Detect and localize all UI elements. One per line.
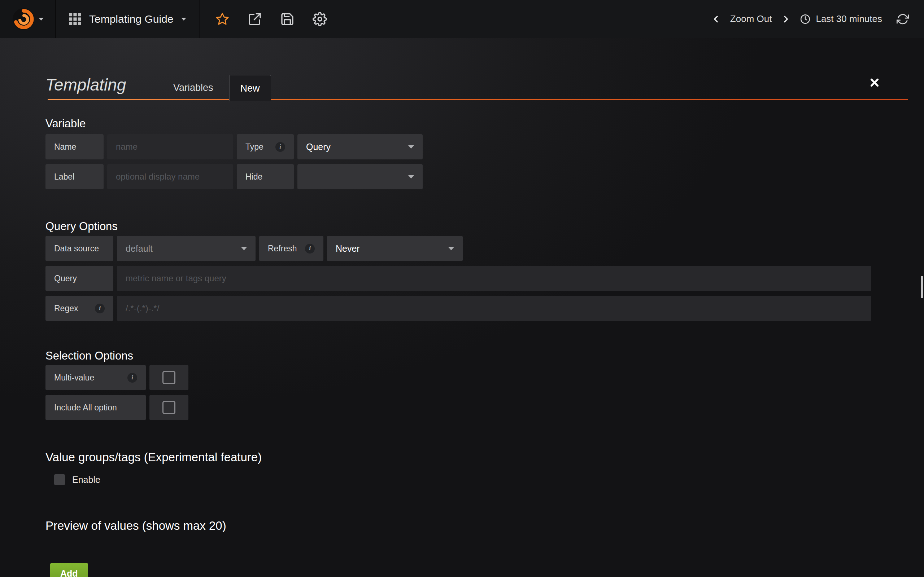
dashboard-picker[interactable]: Templating Guide bbox=[56, 0, 200, 38]
regex-label-text: Regex bbox=[54, 304, 78, 313]
variable-label-row: Label Hide bbox=[45, 164, 908, 189]
enable-row: Enable bbox=[54, 474, 908, 485]
multi-value-checkbox[interactable] bbox=[149, 365, 188, 390]
query-options-heading: Query Options bbox=[45, 220, 908, 233]
refresh-label: Refresh i bbox=[259, 236, 323, 261]
datasource-row: Data source default Refresh i Never bbox=[45, 236, 908, 261]
type-select[interactable]: Query bbox=[297, 134, 423, 160]
zoom-out-label: Zoom Out bbox=[730, 13, 772, 24]
label-label: Label bbox=[45, 164, 103, 189]
chevron-down-icon bbox=[408, 175, 414, 179]
save-icon bbox=[280, 12, 294, 26]
star-icon bbox=[215, 12, 229, 26]
hide-label: Hide bbox=[237, 164, 294, 189]
query-options-section: Query Options Data source default Refres… bbox=[45, 220, 908, 321]
time-shift-back-button[interactable] bbox=[711, 15, 721, 24]
tab-variables[interactable]: Variables bbox=[162, 75, 224, 100]
scrollbar-thumb[interactable] bbox=[921, 276, 923, 298]
preview-section: Preview of values (shows max 20) bbox=[45, 519, 908, 533]
chevron-down-icon bbox=[448, 247, 454, 250]
include-all-label: Include All option bbox=[45, 395, 146, 420]
chevron-down-icon bbox=[181, 18, 186, 21]
page-title: Templating bbox=[45, 75, 126, 95]
dashboard-title: Templating Guide bbox=[89, 13, 173, 25]
templating-header: Templating Variables New bbox=[45, 38, 908, 100]
enable-label: Enable bbox=[72, 475, 100, 485]
templating-tabs: Variables New bbox=[162, 75, 276, 100]
refresh-label-text: Refresh bbox=[268, 244, 297, 253]
close-icon bbox=[870, 78, 879, 87]
selection-options-section: Selection Options Multi-value i Include … bbox=[45, 350, 908, 420]
grafana-menu-button[interactable] bbox=[0, 0, 56, 38]
clock-icon bbox=[800, 14, 811, 24]
dashboard-grid-icon bbox=[69, 13, 81, 25]
regex-label: Regex i bbox=[45, 296, 113, 321]
query-label: Query bbox=[45, 266, 113, 291]
save-button[interactable] bbox=[280, 12, 294, 26]
include-all-row: Include All option bbox=[45, 395, 908, 420]
preview-heading: Preview of values (shows max 20) bbox=[45, 519, 908, 533]
navbar-actions bbox=[200, 0, 327, 38]
star-button[interactable] bbox=[215, 12, 229, 26]
grafana-logo-icon bbox=[12, 8, 35, 31]
chevron-left-icon bbox=[711, 15, 721, 24]
datasource-select-value: default bbox=[126, 243, 153, 254]
add-button[interactable]: Add bbox=[50, 563, 88, 577]
refresh-select-value: Never bbox=[336, 243, 360, 254]
datasource-select[interactable]: default bbox=[117, 236, 255, 261]
multi-value-label-text: Multi-value bbox=[54, 373, 94, 383]
refresh-select[interactable]: Never bbox=[327, 236, 463, 261]
refresh-icon bbox=[897, 13, 909, 25]
variable-heading: Variable bbox=[45, 117, 908, 130]
value-groups-section: Value groups/tags (Experimental feature)… bbox=[45, 450, 908, 485]
templating-editor: Templating Variables New Variable Name T… bbox=[45, 38, 908, 577]
query-input[interactable] bbox=[117, 266, 871, 291]
navbar-time-controls: Zoom Out Last 30 minutes bbox=[711, 0, 924, 38]
info-icon[interactable]: i bbox=[305, 244, 315, 253]
selection-options-heading: Selection Options bbox=[45, 350, 908, 363]
refresh-button[interactable] bbox=[897, 13, 909, 25]
checkbox-icon bbox=[162, 371, 175, 384]
name-label: Name bbox=[45, 134, 103, 160]
info-icon[interactable]: i bbox=[275, 142, 285, 152]
chevron-right-icon bbox=[781, 15, 790, 24]
time-shift-forward-button[interactable] bbox=[781, 15, 790, 24]
chevron-down-icon bbox=[241, 247, 247, 250]
share-button[interactable] bbox=[247, 12, 262, 26]
datasource-label: Data source bbox=[45, 236, 113, 261]
tab-new[interactable]: New bbox=[229, 75, 271, 102]
query-row: Query bbox=[45, 266, 908, 291]
name-input[interactable] bbox=[107, 134, 233, 160]
time-range-picker[interactable]: Last 30 minutes bbox=[800, 13, 882, 24]
label-input[interactable] bbox=[107, 164, 233, 189]
value-groups-heading: Value groups/tags (Experimental feature) bbox=[45, 450, 908, 464]
chevron-down-icon bbox=[408, 145, 414, 148]
include-all-checkbox[interactable] bbox=[149, 395, 188, 420]
gear-icon bbox=[313, 12, 327, 26]
chevron-down-icon bbox=[39, 18, 44, 21]
variable-name-row: Name Type i Query bbox=[45, 134, 908, 160]
checkbox-icon bbox=[162, 401, 175, 414]
multi-value-row: Multi-value i bbox=[45, 365, 908, 390]
settings-button[interactable] bbox=[313, 12, 327, 26]
regex-row: Regex i bbox=[45, 296, 908, 321]
regex-input[interactable] bbox=[117, 296, 871, 321]
type-select-value: Query bbox=[306, 142, 331, 152]
grafana-app: Templating Guide bbox=[0, 0, 924, 577]
zoom-out-button[interactable]: Zoom Out bbox=[730, 13, 772, 24]
share-icon bbox=[247, 12, 262, 26]
info-icon[interactable]: i bbox=[128, 373, 137, 383]
info-icon[interactable]: i bbox=[95, 304, 105, 313]
hide-select[interactable] bbox=[297, 164, 423, 189]
close-button[interactable] bbox=[870, 78, 879, 87]
multi-value-label: Multi-value i bbox=[45, 365, 146, 390]
enable-checkbox[interactable] bbox=[54, 474, 65, 485]
variable-section: Variable Name Type i Query Label Hide bbox=[45, 117, 908, 189]
type-label-text: Type bbox=[246, 142, 263, 152]
navbar: Templating Guide bbox=[0, 0, 924, 38]
time-range-label: Last 30 minutes bbox=[816, 13, 882, 24]
type-label: Type i bbox=[237, 134, 294, 160]
